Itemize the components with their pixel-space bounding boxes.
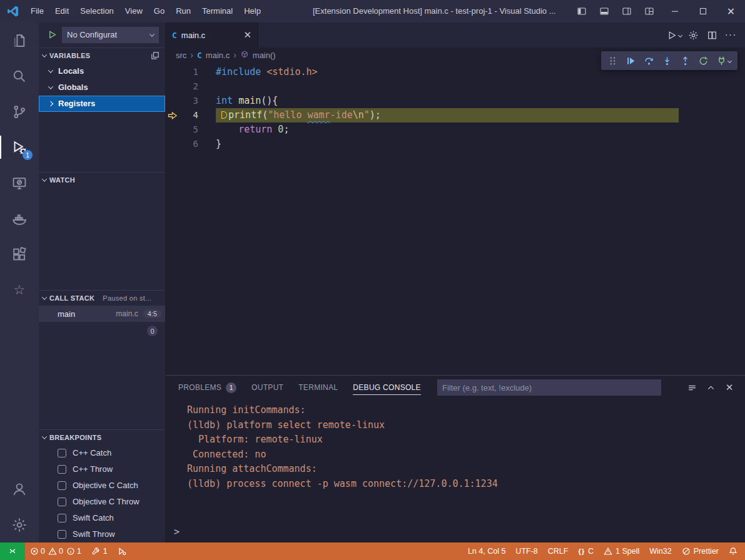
panel-tab-terminal[interactable]: TERMINAL xyxy=(298,376,338,399)
encoding-label: UTF-8 xyxy=(515,547,537,556)
split-editor-button[interactable] xyxy=(704,27,720,43)
tab-main-c[interactable]: C main.c ✕ xyxy=(166,22,258,48)
activity-star-extension[interactable]: ☆ xyxy=(0,272,39,308)
inline-breakpoint-marker[interactable] xyxy=(221,111,227,119)
variables-item-globals[interactable]: Globals xyxy=(39,79,165,96)
step-out-button[interactable] xyxy=(676,52,694,69)
activity-docker[interactable] xyxy=(0,201,39,236)
more-actions-button[interactable]: ··· xyxy=(722,27,739,43)
activity-source-control[interactable] xyxy=(0,94,39,129)
variables-item-locals[interactable]: Locals xyxy=(39,63,165,79)
breakpoint-item[interactable]: Objective C Catch xyxy=(39,478,165,494)
close-panel-button[interactable]: ✕ xyxy=(721,379,737,396)
code-editor[interactable]: 1#include <stdio.h>23int main(){4 printf… xyxy=(166,62,745,375)
customize-layout-button[interactable] xyxy=(638,0,661,22)
breakpoint-item[interactable]: Objective C Throw xyxy=(39,494,165,510)
collapse-all-icon[interactable] xyxy=(150,51,160,61)
maximize-panel-button[interactable] xyxy=(702,379,719,396)
breakpoint-checkbox[interactable] xyxy=(58,498,66,506)
panel-tab-debug-console[interactable]: DEBUG CONSOLE xyxy=(353,376,421,399)
run-file-button[interactable] xyxy=(666,27,682,43)
spell-checker-status[interactable]: 1 Spell xyxy=(599,542,644,560)
code-line[interactable]: 4 printf("hello wamr-ide\n"); xyxy=(166,108,745,122)
menu-help[interactable]: Help xyxy=(238,0,266,22)
code-line[interactable]: 2 xyxy=(166,79,745,94)
breakpoint-checkbox[interactable] xyxy=(58,449,66,458)
menu-file[interactable]: File xyxy=(25,0,49,22)
call-stack-frame[interactable]: main main.c 4:5 xyxy=(39,306,165,322)
menu-view[interactable]: View xyxy=(119,0,148,22)
activity-remote-explorer[interactable] xyxy=(0,165,39,201)
breakpoint-item[interactable]: C++ Catch xyxy=(39,445,165,461)
watch-section-header[interactable]: WATCH xyxy=(39,172,165,188)
gutter-glyph xyxy=(166,137,180,151)
problems-status[interactable]: 0 0 1 xyxy=(25,542,86,560)
activity-extensions[interactable] xyxy=(0,236,39,272)
toggle-secondary-sidebar-button[interactable] xyxy=(616,0,638,22)
variables-section-header[interactable]: VARIABLES xyxy=(39,48,165,63)
code-line[interactable]: 6} xyxy=(166,137,745,151)
breakpoint-item[interactable]: Swift Throw xyxy=(39,526,165,542)
panel-tab-output[interactable]: OUTPUT xyxy=(251,376,283,399)
accounts-button[interactable] xyxy=(0,471,39,507)
chevron-right-icon xyxy=(48,101,53,106)
formatter-status[interactable]: Prettier xyxy=(677,542,724,560)
breakpoint-item[interactable]: Swift Catch xyxy=(39,510,165,526)
eol-selector[interactable]: CRLF xyxy=(543,542,574,560)
watch-title: WATCH xyxy=(49,176,75,184)
activity-explorer[interactable] xyxy=(0,22,39,58)
call-stack-section-header[interactable]: CALL STACK Paused on st... xyxy=(39,291,165,306)
activity-search[interactable] xyxy=(0,58,39,94)
output-actions-icon[interactable] xyxy=(684,379,700,396)
toggle-panel-button[interactable] xyxy=(593,0,616,22)
panel-tab-problems[interactable]: PROBLEMS1 xyxy=(178,376,236,399)
debug-console-output[interactable]: Running initCommands:(lldb) platform sel… xyxy=(166,399,745,542)
breakpoint-label: Swift Throw xyxy=(73,529,115,539)
minimize-button[interactable] xyxy=(661,0,689,22)
cursor-position[interactable]: Ln 4, Col 5 xyxy=(463,542,510,560)
breakpoints-section-header[interactable]: BREAKPOINTS xyxy=(39,430,165,445)
step-into-button[interactable] xyxy=(658,52,676,69)
code-line[interactable]: 3int main(){ xyxy=(166,94,745,108)
debug-config-dropdown[interactable]: No Configurat xyxy=(62,27,159,43)
toggle-sidebar-button[interactable] xyxy=(570,0,593,22)
notifications-bell[interactable] xyxy=(724,542,745,560)
language-mode[interactable]: {}C xyxy=(573,542,599,560)
breadcrumb-symbol[interactable]: main() xyxy=(253,51,276,60)
menu-edit[interactable]: Edit xyxy=(49,0,74,22)
breakpoint-checkbox[interactable] xyxy=(58,465,66,474)
settings-button[interactable] xyxy=(0,507,39,542)
breadcrumb-root[interactable]: src xyxy=(176,51,186,60)
breakpoint-item[interactable]: C++ Throw xyxy=(39,461,165,478)
encoding-selector[interactable]: UTF-8 xyxy=(510,542,542,560)
menu-terminal[interactable]: Terminal xyxy=(196,0,238,22)
menu-go[interactable]: Go xyxy=(148,0,170,22)
continue-button[interactable] xyxy=(622,52,639,69)
code-line[interactable]: 5 return 0; xyxy=(166,122,745,137)
breakpoint-checkbox[interactable] xyxy=(58,530,66,539)
platform-status[interactable]: Win32 xyxy=(644,542,676,560)
line-number: 1 xyxy=(180,65,198,79)
step-over-button[interactable] xyxy=(640,52,657,69)
continue-icon xyxy=(626,56,636,66)
restart-button[interactable] xyxy=(694,52,712,69)
toolbar-drag-handle[interactable] xyxy=(604,52,621,69)
maximize-button[interactable] xyxy=(689,0,717,22)
menu-run[interactable]: Run xyxy=(170,0,196,22)
menu-selection[interactable]: Selection xyxy=(74,0,119,22)
console-input-prompt[interactable]: > xyxy=(174,526,180,538)
activity-run-and-debug[interactable]: 1 xyxy=(0,129,39,165)
close-button[interactable]: ✕ xyxy=(717,0,745,22)
debug-status[interactable] xyxy=(113,542,131,560)
remote-indicator[interactable] xyxy=(0,542,25,560)
tab-close-icon[interactable]: ✕ xyxy=(243,29,251,41)
breadcrumb-file[interactable]: main.c xyxy=(206,51,230,60)
breakpoint-checkbox[interactable] xyxy=(58,514,66,522)
start-debugging-button[interactable] xyxy=(46,29,58,41)
breakpoint-checkbox[interactable] xyxy=(58,481,66,490)
console-filter-input[interactable] xyxy=(437,379,661,396)
tools-status[interactable]: 1 xyxy=(86,542,113,560)
disconnect-button[interactable] xyxy=(712,52,735,69)
editor-settings-button[interactable] xyxy=(685,27,701,43)
variables-item-registers[interactable]: Registers xyxy=(39,96,165,112)
